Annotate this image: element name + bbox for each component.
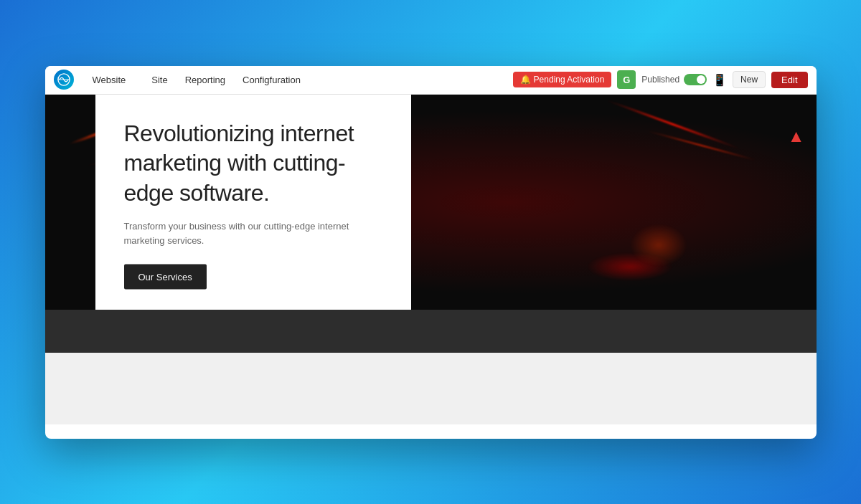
toolbar: Website Site Reporting Configfuration 🔔 … [45,66,817,95]
nav-reporting[interactable]: Reporting [178,72,232,88]
pending-activation-button[interactable]: 🔔 Pending Activation [513,72,612,87]
scroll-up-indicator[interactable]: ▲ [788,126,805,146]
edit-button[interactable]: Edit [771,72,807,88]
mobile-icon[interactable]: 📱 [712,73,727,87]
light-section [45,353,817,424]
hero-card: Revolutionizing internet marketing with … [95,95,411,310]
nav-configuration[interactable]: Configfuration [235,72,308,88]
published-toggle[interactable] [684,74,707,85]
g-button[interactable]: G [617,70,636,89]
website-logo [54,70,74,90]
browser-window: Website Site Reporting Configfuration 🔔 … [45,66,817,439]
new-button[interactable]: New [733,71,766,88]
toolbar-right: 🔔 Pending Activation G Published 📱 New E… [513,70,808,89]
published-area: Published [641,74,707,85]
toolbar-nav: Site Reporting Configfuration [144,72,501,88]
nav-brand[interactable]: Website [85,72,133,88]
bell-icon: 🔔 [520,75,531,85]
hero-title: Revolutionizing internet marketing with … [124,118,382,208]
dark-section [45,310,817,353]
our-services-button[interactable]: Our Services [124,265,207,290]
nav-site[interactable]: Site [144,72,174,88]
page-content: ▲ Revolutionizing internet marketing wit… [45,95,817,439]
hero-subtitle: Transform your business with our cutting… [124,219,382,247]
published-label: Published [641,75,679,85]
light-streak-7 [630,224,687,267]
hero-section: Revolutionizing internet marketing with … [45,95,817,310]
